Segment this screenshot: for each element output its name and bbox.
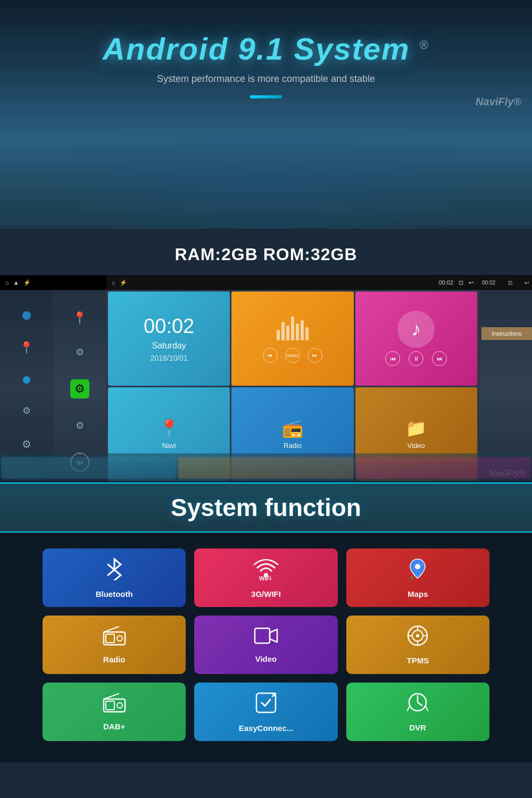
wave-bar-1: [277, 330, 280, 340]
svg-rect-5: [106, 634, 114, 643]
green-settings-icon: ⚙: [70, 379, 89, 398]
bluetooth-label: Bluetooth: [96, 589, 133, 598]
mockup-section: ⌂ ▲ ⚡ 00:02 ⊡ ↩ ⌂ ⚡ 00:02 ⊡ ↩ 00:: [0, 270, 532, 483]
easyconnect-label: EasyConnec...: [239, 724, 294, 733]
bluetooth-icon: [104, 557, 125, 585]
svg-rect-8: [255, 628, 270, 643]
wave-bar-6: [301, 320, 304, 340]
screen-container: ⌂ ▲ ⚡ 00:02 ⊡ ↩ ⌂ ⚡ 00:02 ⊡ ↩ 00:: [0, 275, 532, 483]
functions-grid: Bluetooth WiFi 3G/WIFI G: [43, 548, 489, 741]
location-pin2-icon: 📍: [72, 311, 87, 325]
wave-bar-3: [286, 326, 289, 340]
radio2-label: Radio: [284, 442, 302, 450]
warning-icon: ▲: [13, 279, 19, 286]
function-tile-wifi[interactable]: WiFi 3G/WIFI: [194, 548, 337, 607]
functions-section: Bluetooth WiFi 3G/WIFI G: [0, 533, 532, 762]
music-disc: ♪: [397, 311, 435, 348]
instructions-label: Instructions: [481, 327, 532, 340]
specs-text: RAM:2GB ROM:32GB: [0, 245, 532, 264]
clock-tile[interactable]: 00:02 Saturday 2016/10/01: [108, 292, 230, 386]
status-bar2-right: 00:02 ⊡ ↩: [438, 279, 473, 286]
music-next-btn[interactable]: ⏭: [432, 351, 447, 366]
strip-dot: [22, 311, 31, 320]
radio-func-label: Radio: [103, 655, 126, 664]
maps-label: Maps: [408, 589, 428, 598]
wave-bar-4: [291, 317, 294, 340]
window2-icon: ⊡: [459, 279, 463, 286]
system-function-header: System function: [0, 483, 532, 533]
specs-section: RAM:2GB ROM:32GB: [0, 229, 532, 270]
wave-bar-5: [296, 323, 299, 340]
tpms-icon: [406, 625, 429, 652]
clock-day: Saturday: [152, 341, 186, 351]
svg-line-7: [104, 627, 119, 632]
function-tile-bluetooth[interactable]: Bluetooth: [43, 548, 186, 607]
radio-prev-btn[interactable]: ⏮: [263, 348, 278, 363]
function-tile-radio[interactable]: Radio: [43, 616, 186, 674]
radio-next-btn[interactable]: ⏭: [307, 348, 322, 363]
dab-label: DAB+: [103, 722, 125, 731]
radio-waves: [277, 314, 309, 340]
hero-divider-bar: [250, 95, 282, 98]
svg-point-18: [117, 703, 122, 708]
radio-tile[interactable]: ⏮ BAND ⏭: [231, 292, 353, 386]
clock-date: 2016/10/01: [151, 354, 188, 362]
function-tile-dvr[interactable]: DVR: [346, 683, 489, 741]
back2-icon: ↩: [469, 279, 473, 286]
hero-section: Android 9.1 System ® System performance …: [0, 0, 532, 229]
home-icon: ⌂: [5, 279, 9, 286]
easyconnect-icon: [254, 691, 278, 719]
music-tile[interactable]: ♪ ⏮ ⏸ ⏭: [355, 292, 477, 386]
status-bar2-left: ⌂ ⚡: [112, 279, 127, 286]
video-func-label: Video: [255, 654, 277, 663]
svg-line-19: [104, 694, 119, 699]
maps-icon: G: [406, 557, 429, 585]
dab-icon: [103, 693, 126, 718]
clock-time: 00:02: [144, 315, 194, 338]
wave-bar-2: [281, 322, 285, 340]
navifly-watermark-hero: NaviFly®: [476, 96, 521, 108]
music-note-icon: ♪: [411, 318, 421, 340]
usb-icon: ⚡: [23, 279, 31, 286]
svg-text:G: G: [410, 575, 414, 580]
function-tile-dab[interactable]: DAB+: [43, 683, 186, 741]
navi-pin-icon: 📍: [159, 418, 180, 438]
reflection-grid: [0, 456, 532, 480]
status-time3: 00:02: [482, 280, 495, 286]
music-controls: ⏮ ⏸ ⏭: [385, 351, 447, 366]
function-tile-tpms[interactable]: TPMS: [346, 616, 489, 674]
hero-subtitle: System performance is more compatible an…: [103, 73, 429, 85]
hero-title: Android 9.1 System ®: [103, 32, 429, 66]
navi-label: Navi: [162, 442, 176, 450]
location-pin-icon: 📍: [19, 341, 34, 355]
usb2-icon: ⚡: [120, 279, 127, 286]
svg-point-11: [416, 634, 419, 637]
function-tile-maps[interactable]: G Maps: [346, 548, 489, 607]
svg-point-2: [415, 564, 420, 569]
wifi-icon: WiFi: [253, 557, 279, 585]
video-func-icon: [254, 626, 278, 650]
band-btn[interactable]: BAND: [285, 348, 300, 363]
back3-icon: ↩: [525, 280, 529, 286]
wave-bar-7: [305, 327, 309, 340]
svg-point-6: [117, 636, 122, 641]
function-tile-easyconnect[interactable]: EasyConnec...: [194, 683, 337, 741]
dvr-label: DVR: [409, 723, 426, 732]
status-bar-left: ⌂ ▲ ⚡: [5, 279, 31, 286]
home2-icon: ⌂: [112, 279, 115, 286]
radio-broadcast-icon: 📻: [282, 418, 303, 438]
wifi-label: 3G/WIFI: [251, 589, 281, 598]
video-folder-icon: 📁: [405, 418, 427, 438]
blue-dot: [23, 376, 30, 384]
radio-func-icon: [103, 626, 126, 651]
music-play-btn[interactable]: ⏸: [409, 351, 423, 366]
status-time2: 00:02: [438, 279, 453, 286]
hero-content: Android 9.1 System ® System performance …: [103, 32, 429, 98]
music-prev-btn[interactable]: ⏮: [385, 351, 400, 366]
function-tile-video[interactable]: Video: [194, 616, 337, 674]
sliders2-icon: ⚙: [76, 346, 84, 358]
video-label: Video: [408, 442, 425, 450]
radio-controls: ⏮ BAND ⏭: [263, 348, 322, 363]
svg-text:WiFi: WiFi: [259, 575, 271, 580]
reflection-3: [356, 457, 531, 479]
